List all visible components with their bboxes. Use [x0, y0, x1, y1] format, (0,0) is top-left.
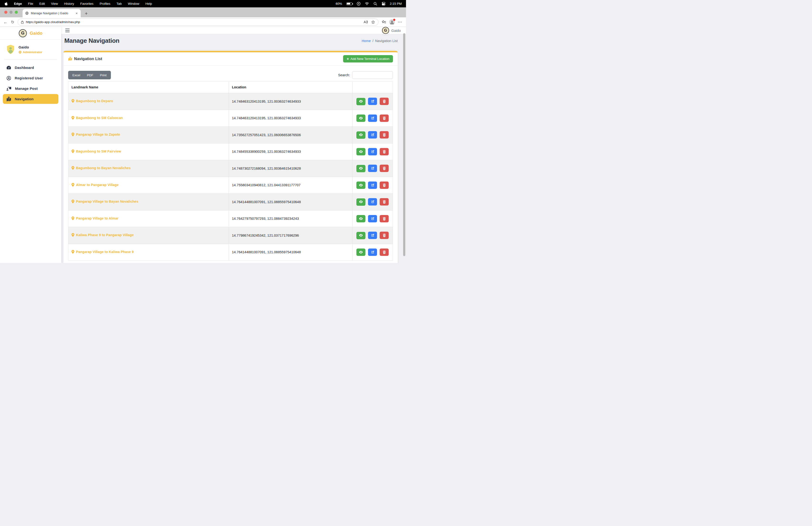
menu-item[interactable]: Edge	[14, 2, 22, 5]
menu-item[interactable]: View	[51, 2, 58, 5]
menu-item[interactable]: History	[64, 2, 74, 5]
landmark-link[interactable]: Pangarap Village to Zapote	[71, 132, 120, 137]
edit-button[interactable]	[368, 232, 377, 239]
edit-button[interactable]	[368, 198, 377, 205]
landmark-link[interactable]: Bagumbong to Deparo	[71, 99, 113, 103]
control-center-icon[interactable]	[381, 2, 386, 6]
menu-item[interactable]: Help	[145, 2, 152, 5]
sidebar-item-navigation[interactable]: Navigation	[3, 94, 58, 104]
view-button[interactable]	[357, 215, 365, 222]
view-button[interactable]	[357, 165, 365, 172]
delete-button[interactable]	[380, 165, 389, 172]
landmark-link[interactable]: Pangarap Village to Kaliwa Phase 9	[71, 250, 134, 254]
view-button[interactable]	[357, 182, 365, 189]
url-text[interactable]: https://gaido-app.cloud/admin/nav.php	[26, 20, 361, 24]
apple-menu-icon[interactable]	[4, 2, 8, 6]
landmark-link[interactable]: Almar to Pangarap Village	[71, 183, 118, 187]
landmark-link[interactable]: Pangarap Village to Almar	[71, 216, 118, 220]
menu-item[interactable]: File	[28, 2, 33, 5]
view-button[interactable]	[357, 248, 365, 256]
globe-icon	[18, 51, 21, 54]
edit-button[interactable]	[368, 148, 377, 155]
edit-button[interactable]	[368, 182, 377, 189]
spotlight-search-icon[interactable]	[373, 2, 377, 6]
sidebar-brand[interactable]: G← Gaido	[0, 27, 61, 40]
minimize-window-button[interactable]	[10, 11, 13, 14]
sidebar-item-dashboard[interactable]: Dashboard	[3, 63, 58, 72]
sidebar-toggle-icon[interactable]	[65, 28, 70, 33]
add-terminal-location-button[interactable]: + Add New Terminal Location	[343, 55, 393, 62]
table-row: Pangarap Village to Bayan Novaliches 14.…	[68, 194, 393, 211]
search-input[interactable]	[352, 71, 393, 79]
favorites-list-icon[interactable]	[381, 20, 386, 24]
location-cell: 14.755803410940812, 121.04413391177707	[229, 177, 352, 194]
view-button[interactable]	[357, 148, 365, 155]
edit-button[interactable]	[368, 215, 377, 222]
landmark-link[interactable]: Bagumbong to SM Fairview	[71, 150, 121, 153]
landmark-link[interactable]: Pangarap Village to Bayan Novaliches	[71, 200, 138, 203]
menu-item[interactable]: Favorites	[80, 2, 93, 5]
export-button[interactable]: Print	[97, 72, 110, 79]
screen-mirroring-icon[interactable]	[357, 2, 361, 6]
edit-button[interactable]	[368, 114, 377, 122]
edit-icon	[371, 116, 374, 120]
delete-button[interactable]	[380, 131, 389, 139]
delete-button[interactable]	[380, 248, 389, 256]
export-button[interactable]: Excel	[69, 72, 84, 79]
address-bar[interactable]: https://gaido-app.cloud/admin/nav.php	[17, 18, 378, 26]
menu-item[interactable]: Window	[128, 2, 139, 5]
edit-button[interactable]	[368, 98, 377, 105]
edit-button[interactable]	[368, 131, 377, 139]
view-button[interactable]	[357, 131, 365, 139]
menu-item[interactable]: Profiles	[100, 2, 111, 5]
registered-user-icon	[6, 76, 11, 81]
table-row: Bagumbong to SM Fairview 14.748455338900…	[68, 143, 393, 160]
lock-icon[interactable]	[21, 20, 24, 24]
menu-item[interactable]: Tab	[117, 2, 122, 5]
landmark-link[interactable]: Bagumbong to Bayan Novaliches	[71, 166, 131, 170]
breadcrumb: Home / Navigation List	[362, 39, 398, 43]
delete-button[interactable]	[380, 98, 389, 105]
edit-button[interactable]	[368, 165, 377, 172]
column-header-landmark[interactable]: Landmark Name	[68, 82, 229, 93]
delete-button[interactable]	[380, 215, 389, 222]
landmark-link[interactable]: Bagumbong to SM Caloocan	[71, 116, 123, 120]
column-header-location[interactable]: Location	[229, 82, 352, 93]
close-tab-icon[interactable]: ×	[75, 11, 78, 15]
actions-cell	[352, 110, 393, 127]
manage-post-icon	[6, 86, 11, 91]
eye-icon	[359, 150, 363, 154]
delete-button[interactable]	[380, 198, 389, 205]
wifi-icon[interactable]	[365, 2, 369, 6]
reload-button[interactable]	[11, 20, 14, 24]
back-button[interactable]: ←	[3, 20, 8, 24]
favorite-star-icon[interactable]	[371, 20, 375, 24]
trash-icon	[383, 183, 386, 187]
new-tab-button[interactable]: +	[85, 11, 88, 16]
zoom-window-button[interactable]	[15, 11, 18, 14]
page-scrollbar[interactable]	[403, 33, 405, 256]
landmark-link[interactable]: Kaliwa Phase 9 to Pangarap Village	[71, 233, 134, 237]
topbar-brand[interactable]: G← Gaido	[382, 27, 401, 34]
delete-button[interactable]	[380, 182, 389, 189]
sidebar-item-registered-user[interactable]: Registered User	[3, 73, 58, 83]
view-button[interactable]	[357, 98, 365, 105]
menu-item[interactable]: Edit	[40, 2, 45, 5]
trash-icon	[383, 233, 386, 237]
delete-button[interactable]	[380, 114, 389, 122]
edit-button[interactable]	[368, 248, 377, 256]
breadcrumb-home-link[interactable]: Home	[362, 39, 371, 43]
sidebar-item-manage-post[interactable]: Manage Post	[3, 84, 58, 94]
view-button[interactable]	[357, 198, 365, 206]
export-button[interactable]: PDF	[84, 72, 97, 79]
view-button[interactable]	[357, 232, 365, 239]
view-button[interactable]	[357, 114, 365, 122]
read-aloud-icon[interactable]	[363, 20, 368, 24]
close-window-button[interactable]	[4, 11, 8, 14]
delete-button[interactable]	[380, 148, 389, 155]
profile-avatar[interactable]	[389, 19, 395, 25]
edit-icon	[371, 251, 374, 254]
delete-button[interactable]	[380, 232, 389, 239]
browser-tab[interactable]: Manage Navigation | Gaido ×	[23, 9, 81, 17]
browser-menu-icon[interactable]: ···	[398, 20, 402, 24]
